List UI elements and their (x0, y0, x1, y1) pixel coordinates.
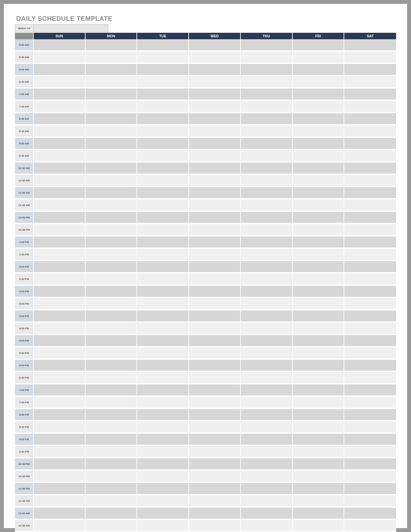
schedule-cell[interactable] (241, 409, 293, 420)
schedule-cell[interactable] (189, 89, 241, 100)
schedule-cell[interactable] (189, 298, 241, 309)
schedule-cell[interactable] (34, 335, 86, 346)
schedule-cell[interactable] (137, 360, 189, 371)
schedule-cell[interactable] (86, 200, 137, 211)
schedule-cell[interactable] (241, 347, 293, 358)
schedule-cell[interactable] (241, 126, 293, 137)
schedule-cell[interactable] (293, 261, 345, 272)
schedule-cell[interactable] (293, 150, 345, 161)
schedule-cell[interactable] (86, 273, 137, 284)
schedule-cell[interactable] (293, 446, 345, 457)
weekof-input[interactable] (34, 24, 108, 32)
schedule-cell[interactable] (189, 126, 241, 137)
schedule-cell[interactable] (344, 76, 396, 87)
schedule-cell[interactable] (137, 89, 189, 100)
schedule-cell[interactable] (34, 150, 86, 161)
schedule-cell[interactable] (86, 372, 137, 383)
schedule-cell[interactable] (293, 508, 345, 519)
schedule-cell[interactable] (189, 434, 241, 445)
schedule-cell[interactable] (293, 138, 345, 149)
schedule-cell[interactable] (137, 508, 189, 519)
schedule-cell[interactable] (293, 520, 345, 531)
schedule-cell[interactable] (344, 347, 396, 358)
schedule-cell[interactable] (86, 286, 137, 297)
schedule-cell[interactable] (189, 52, 241, 63)
schedule-cell[interactable] (137, 397, 189, 408)
schedule-cell[interactable] (137, 335, 189, 346)
schedule-cell[interactable] (86, 212, 137, 223)
schedule-cell[interactable] (189, 273, 241, 284)
schedule-cell[interactable] (189, 421, 241, 432)
schedule-cell[interactable] (344, 126, 396, 137)
schedule-cell[interactable] (344, 483, 396, 494)
schedule-cell[interactable] (34, 249, 86, 260)
schedule-cell[interactable] (344, 64, 396, 75)
schedule-cell[interactable] (189, 113, 241, 124)
schedule-cell[interactable] (241, 101, 293, 112)
schedule-cell[interactable] (189, 163, 241, 174)
schedule-cell[interactable] (34, 126, 86, 137)
schedule-cell[interactable] (86, 150, 137, 161)
schedule-cell[interactable] (344, 249, 396, 260)
schedule-cell[interactable] (34, 236, 86, 248)
schedule-cell[interactable] (189, 64, 241, 75)
schedule-cell[interactable] (293, 163, 345, 174)
schedule-cell[interactable] (293, 298, 345, 309)
schedule-cell[interactable] (241, 372, 293, 383)
schedule-cell[interactable] (293, 495, 345, 506)
schedule-cell[interactable] (189, 286, 241, 297)
schedule-cell[interactable] (241, 236, 293, 248)
schedule-cell[interactable] (86, 89, 137, 100)
schedule-cell[interactable] (86, 347, 137, 358)
schedule-cell[interactable] (293, 113, 345, 124)
schedule-cell[interactable] (137, 126, 189, 137)
schedule-cell[interactable] (293, 52, 345, 63)
schedule-cell[interactable] (293, 126, 345, 137)
schedule-cell[interactable] (86, 483, 137, 494)
schedule-cell[interactable] (34, 163, 86, 174)
schedule-cell[interactable] (344, 101, 396, 112)
schedule-cell[interactable] (137, 458, 189, 469)
schedule-cell[interactable] (344, 89, 396, 100)
schedule-cell[interactable] (34, 347, 86, 358)
schedule-cell[interactable] (293, 421, 345, 432)
schedule-cell[interactable] (34, 397, 86, 408)
schedule-cell[interactable] (34, 471, 86, 482)
schedule-cell[interactable] (86, 397, 137, 408)
schedule-cell[interactable] (344, 434, 396, 445)
schedule-cell[interactable] (241, 286, 293, 297)
schedule-cell[interactable] (241, 434, 293, 445)
schedule-cell[interactable] (34, 89, 86, 100)
schedule-cell[interactable] (137, 150, 189, 161)
schedule-cell[interactable] (86, 113, 137, 124)
schedule-cell[interactable] (189, 384, 241, 395)
schedule-cell[interactable] (241, 138, 293, 149)
schedule-cell[interactable] (344, 397, 396, 408)
schedule-cell[interactable] (34, 520, 86, 531)
schedule-cell[interactable] (34, 409, 86, 420)
schedule-cell[interactable] (34, 261, 86, 272)
schedule-cell[interactable] (241, 76, 293, 87)
schedule-cell[interactable] (344, 384, 396, 395)
schedule-cell[interactable] (344, 286, 396, 297)
schedule-cell[interactable] (241, 360, 293, 371)
schedule-cell[interactable] (241, 224, 293, 235)
schedule-cell[interactable] (293, 249, 345, 260)
schedule-cell[interactable] (34, 101, 86, 112)
schedule-cell[interactable] (241, 508, 293, 519)
schedule-cell[interactable] (241, 187, 293, 198)
schedule-cell[interactable] (137, 138, 189, 149)
schedule-cell[interactable] (344, 335, 396, 346)
schedule-cell[interactable] (189, 236, 241, 248)
schedule-cell[interactable] (344, 495, 396, 506)
schedule-cell[interactable] (189, 138, 241, 149)
schedule-cell[interactable] (34, 421, 86, 432)
schedule-cell[interactable] (137, 323, 189, 334)
schedule-cell[interactable] (34, 113, 86, 124)
schedule-cell[interactable] (344, 360, 396, 371)
schedule-cell[interactable] (241, 261, 293, 272)
schedule-cell[interactable] (241, 483, 293, 494)
schedule-cell[interactable] (137, 249, 189, 260)
schedule-cell[interactable] (86, 138, 137, 149)
schedule-cell[interactable] (241, 471, 293, 482)
